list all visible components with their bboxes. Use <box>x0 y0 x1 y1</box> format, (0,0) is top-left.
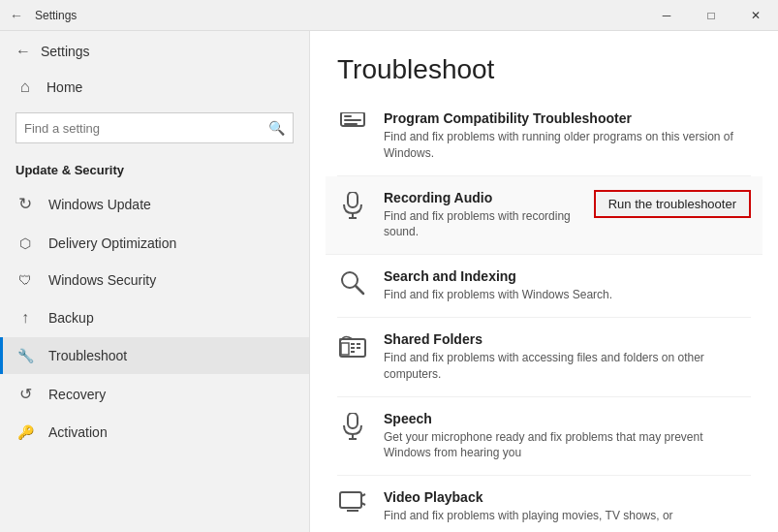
video-playback-icon <box>337 491 368 518</box>
backup-icon: ↑ <box>16 309 35 327</box>
trouble-item-speech: Speech Get your microphone ready and fix… <box>337 397 751 477</box>
recording-audio-name: Recording Audio <box>384 190 578 205</box>
shared-folders-text: Shared Folders Find and fix problems wit… <box>384 331 751 383</box>
shared-folders-icon <box>337 333 368 364</box>
sidebar-item-windows-security[interactable]: 🛡 Windows Security <box>0 262 309 298</box>
partial-trouble-item: Program Compatibility Troubleshooter Fin… <box>337 103 751 176</box>
svg-rect-16 <box>348 413 358 428</box>
delivery-optimization-icon: ⬡ <box>16 235 35 251</box>
speech-desc: Get your microphone ready and fix proble… <box>384 429 751 462</box>
svg-rect-2 <box>344 119 361 121</box>
svg-line-8 <box>356 286 363 294</box>
svg-rect-11 <box>351 343 355 345</box>
search-indexing-name: Search and Indexing <box>384 268 751 284</box>
partial-item-desc: Find and fix problems with running older… <box>384 129 751 162</box>
partial-item-icon <box>337 112 368 139</box>
speech-icon <box>337 413 368 446</box>
sidebar-item-label: Windows Update <box>48 197 151 212</box>
trouble-item-shared-folders: Shared Folders Find and fix problems wit… <box>337 318 751 397</box>
search-icon: 🔍 <box>268 120 285 136</box>
sidebar-item-recovery[interactable]: ↺ Recovery <box>0 374 309 414</box>
trouble-item-search-indexing: Search and Indexing Find and fix problem… <box>337 255 751 318</box>
sidebar-home-label: Home <box>47 79 82 95</box>
sidebar-item-label: Activation <box>48 424 108 440</box>
maximize-button[interactable]: □ <box>689 0 733 31</box>
back-icon: ← <box>10 8 23 23</box>
titlebar-title: Settings <box>35 9 77 22</box>
minimize-button[interactable]: ─ <box>644 0 689 31</box>
activation-icon: 🔑 <box>16 424 35 440</box>
trouble-item-video-playback: Video Playback Find and fix problems wit… <box>337 476 751 532</box>
search-indexing-text: Search and Indexing Find and fix problem… <box>384 268 751 303</box>
sidebar-item-activation[interactable]: 🔑 Activation <box>0 414 309 451</box>
sidebar-back-button[interactable]: ← <box>16 43 31 60</box>
close-button[interactable]: ✕ <box>733 0 778 31</box>
sidebar-item-label: Backup <box>48 310 94 326</box>
sidebar-item-troubleshoot[interactable]: 🔧 Troubleshoot <box>0 337 309 374</box>
svg-rect-14 <box>357 343 360 345</box>
svg-rect-3 <box>344 123 358 125</box>
sidebar-search-box: 🔍 <box>16 112 294 143</box>
svg-rect-12 <box>351 347 355 349</box>
sidebar-item-home[interactable]: ⌂ Home <box>0 68 309 107</box>
titlebar-controls: ─ □ ✕ <box>644 0 778 31</box>
svg-rect-19 <box>340 492 361 508</box>
recording-audio-icon <box>337 192 368 225</box>
sidebar-item-label: Troubleshoot <box>48 348 127 363</box>
sidebar-app-title: Settings <box>41 44 90 59</box>
trouble-item-recording-audio: Recording Audio Find and fix problems wi… <box>326 176 762 256</box>
sidebar-top: ← Settings <box>0 31 309 68</box>
sidebar-item-label: Windows Security <box>48 272 156 288</box>
svg-rect-10 <box>341 343 349 355</box>
shared-folders-desc: Find and fix problems with accessing fil… <box>384 350 751 383</box>
speech-name: Speech <box>384 411 751 426</box>
svg-rect-13 <box>351 351 355 353</box>
home-icon: ⌂ <box>16 78 35 97</box>
sidebar-item-windows-update[interactable]: ↻ Windows Update <box>0 183 309 225</box>
sidebar-item-label: Delivery Optimization <box>48 235 176 251</box>
main-content: Troubleshoot Program Compatibility Troub… <box>310 31 778 532</box>
recording-audio-desc: Find and fix problems with recording sou… <box>384 208 578 241</box>
titlebar-left: ← Settings <box>10 8 77 23</box>
recovery-icon: ↺ <box>16 385 35 403</box>
sidebar-item-label: Recovery <box>48 387 106 402</box>
search-indexing-icon <box>337 270 368 301</box>
run-troubleshooter-button[interactable]: Run the troubleshooter <box>594 190 751 218</box>
titlebar: ← Settings ─ □ ✕ <box>0 0 778 31</box>
troubleshoot-icon: 🔧 <box>16 348 35 363</box>
partial-item-text: Program Compatibility Troubleshooter Fin… <box>384 110 751 162</box>
recording-audio-text: Recording Audio Find and fix problems wi… <box>384 190 578 241</box>
sidebar-section-title: Update & Security <box>0 149 309 183</box>
svg-rect-1 <box>344 115 352 117</box>
video-playback-text: Video Playback Find and fix problems wit… <box>384 489 751 524</box>
video-playback-desc: Find and fix problems with playing movie… <box>384 508 751 524</box>
speech-text: Speech Get your microphone ready and fix… <box>384 411 751 462</box>
svg-rect-4 <box>348 192 358 207</box>
sidebar-item-delivery-optimization[interactable]: ⬡ Delivery Optimization <box>0 225 309 262</box>
app-body: ← Settings ⌂ Home 🔍 Update & Security ↻ … <box>0 31 778 532</box>
sidebar: ← Settings ⌂ Home 🔍 Update & Security ↻ … <box>0 31 310 532</box>
search-indexing-desc: Find and fix problems with Windows Searc… <box>384 287 751 303</box>
svg-rect-15 <box>357 347 360 349</box>
partial-item-name: Program Compatibility Troubleshooter <box>384 110 751 126</box>
recording-audio-action: Run the troubleshooter <box>594 190 751 218</box>
sidebar-item-backup[interactable]: ↑ Backup <box>0 298 309 337</box>
page-title: Troubleshoot <box>337 54 751 85</box>
search-input[interactable] <box>24 121 268 136</box>
windows-security-icon: 🛡 <box>16 272 35 288</box>
shared-folders-name: Shared Folders <box>384 331 751 347</box>
video-playback-name: Video Playback <box>384 489 751 505</box>
windows-update-icon: ↻ <box>16 194 35 214</box>
